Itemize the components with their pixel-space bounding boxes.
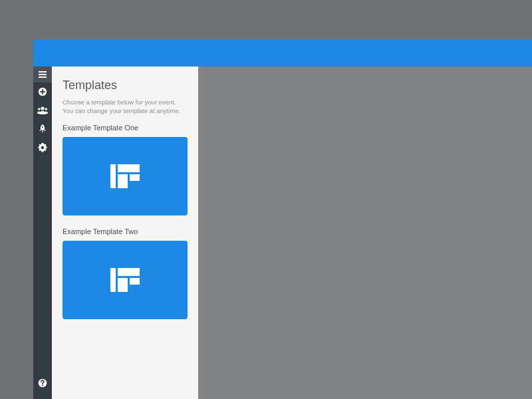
top-banner: [33, 40, 532, 66]
svg-rect-0: [39, 71, 47, 72]
layout-icon: [110, 268, 140, 292]
template-name-label: Example Template One: [63, 124, 188, 132]
rocket-icon[interactable]: [33, 120, 52, 138]
svg-point-9: [42, 126, 43, 128]
templates-description: Choose a template below for your event. …: [63, 98, 188, 116]
app-window: Templates Choose a template below for yo…: [33, 40, 532, 399]
gear-icon[interactable]: [33, 138, 52, 157]
sidebar: [33, 66, 52, 399]
svg-point-8: [45, 108, 47, 110]
content-area: [198, 66, 532, 399]
menu-icon[interactable]: [33, 66, 52, 82]
layout-icon: [110, 164, 140, 188]
svg-point-12: [42, 384, 43, 386]
template-name-label: Example Template Two: [63, 227, 188, 235]
main-area: Templates Choose a template below for yo…: [33, 66, 532, 399]
svg-point-7: [38, 108, 41, 110]
template-item: Example Template One: [63, 124, 188, 215]
template-card[interactable]: [63, 137, 188, 215]
people-icon[interactable]: [33, 101, 52, 120]
svg-rect-5: [40, 91, 45, 92]
svg-rect-2: [39, 76, 47, 78]
add-icon[interactable]: [33, 82, 52, 101]
svg-point-10: [41, 146, 45, 150]
help-icon[interactable]: [33, 374, 52, 392]
templates-title: Templates: [63, 78, 188, 92]
template-card[interactable]: [63, 241, 188, 319]
svg-point-6: [41, 106, 44, 110]
template-item: Example Template Two: [63, 227, 188, 319]
svg-rect-1: [39, 74, 47, 75]
templates-panel: Templates Choose a template below for yo…: [52, 66, 198, 399]
